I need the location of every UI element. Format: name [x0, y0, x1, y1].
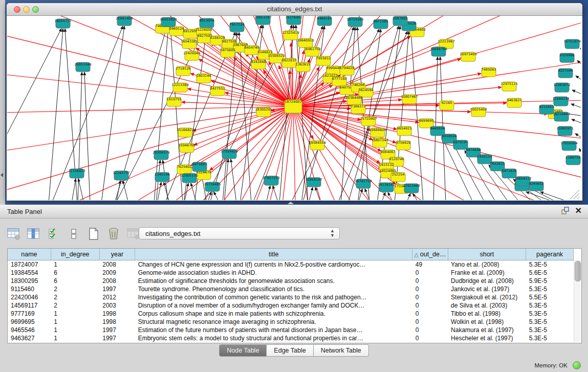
graph-node[interactable]: 19384554: [309, 141, 325, 150]
graph-node[interactable]: 12923468: [403, 184, 420, 193]
table-row[interactable]: 977716911998Corpus callosum shape and si…: [8, 310, 574, 318]
graph-node[interactable]: 1186753: [566, 156, 581, 165]
graph-node[interactable]: 12156823: [68, 169, 85, 178]
graph-node[interactable]: 7386372: [351, 104, 366, 114]
graph-node[interactable]: 9463627: [507, 98, 522, 107]
graph-node[interactable]: 16648784: [430, 47, 447, 56]
graph-node[interactable]: 9227349: [558, 69, 573, 78]
column-header-out_de[interactable]: △out_de…: [412, 249, 448, 260]
graph-node[interactable]: 7857224: [230, 23, 245, 32]
float-panel-icon[interactable]: [561, 207, 569, 214]
column-header-short[interactable]: short: [448, 249, 526, 260]
table-row[interactable]: 911546021997Tourette syndrome. Phenomeno…: [8, 285, 574, 293]
graph-node[interactable]: 12213389: [171, 83, 188, 92]
graph-node[interactable]: 22420046: [183, 51, 200, 60]
graph-node[interactable]: 9215953: [539, 105, 554, 114]
table-row[interactable]: 969969511998Structural magnetic resonanc…: [8, 318, 574, 326]
new-table-icon[interactable]: [87, 227, 100, 240]
table-row[interactable]: 1456911722003Disruption of a novel membe…: [8, 301, 574, 310]
graph-node[interactable]: 2803144: [197, 74, 211, 83]
graph-node[interactable]: 20053346: [74, 62, 91, 72]
graph-node[interactable]: 8454749: [245, 46, 259, 55]
graph-node[interactable]: 10807467: [401, 95, 418, 104]
graph-node[interactable]: 9466161: [317, 16, 332, 26]
table-row[interactable]: 1830029562008Estimation of significance …: [8, 277, 574, 285]
graph-node[interactable]: 9777169: [332, 77, 347, 86]
graph-node[interactable]: 16543382: [181, 39, 198, 49]
graph-node[interactable]: 10958107: [305, 178, 322, 187]
graph-node[interactable]: 9242848: [251, 60, 266, 69]
table-row[interactable]: 1872400712008Changes of HCN gene express…: [8, 260, 574, 269]
graph-node[interactable]: 9654923: [397, 126, 412, 136]
graph-node[interactable]: 8822037: [282, 58, 297, 68]
select-all-columns-icon[interactable]: [47, 227, 60, 240]
table-row[interactable]: 946362711997Embryonic stem cells: a mode…: [8, 334, 574, 342]
collapse-panel-arrow-icon[interactable]: [1, 173, 3, 177]
graph-node[interactable]: 12505135: [181, 173, 198, 183]
graph-node[interactable]: 252254: [391, 172, 405, 182]
column-header-title[interactable]: title: [135, 249, 412, 260]
graph-node[interactable]: 15276002: [285, 16, 302, 25]
graph-node[interactable]: 9245652: [529, 182, 544, 191]
graph-node[interactable]: 15751074: [563, 39, 580, 49]
table-selector-dropdown[interactable]: citations_edges.txt ▲▼: [139, 227, 340, 239]
graph-node[interactable]: 9329966: [560, 53, 575, 62]
network-canvas[interactable]: 7463822896012489129542522605898275051654…: [7, 16, 581, 200]
graph-node[interactable]: 15046768: [178, 143, 195, 152]
graph-node[interactable]: 7625402: [177, 165, 192, 174]
graph-node[interactable]: 16782759: [355, 179, 372, 188]
graph-node[interactable]: 15992971: [556, 126, 573, 136]
graph-node[interactable]: 10025458: [470, 107, 487, 117]
graph-node[interactable]: 12975115: [500, 82, 517, 91]
graph-node[interactable]: 8960124: [169, 27, 184, 36]
graph-node[interactable]: 14136141: [378, 183, 395, 192]
close-panel-icon[interactable]: ✕: [575, 207, 582, 214]
graph-node[interactable]: 15716485: [204, 182, 221, 191]
graph-node[interactable]: 17016504: [560, 141, 577, 150]
graph-node[interactable]: 9671385: [374, 19, 388, 29]
graph-node[interactable]: 12093872: [553, 83, 570, 92]
graph-node[interactable]: 62160: [440, 101, 454, 110]
table-row[interactable]: 1938455462009Genome-wide association stu…: [8, 269, 574, 277]
table-row[interactable]: 2242004622012Investigating the contribut…: [8, 293, 574, 301]
graph-node[interactable]: 18807243: [371, 138, 388, 147]
graph-node[interactable]: 12142737: [113, 171, 129, 180]
graph-node[interactable]: 2087682: [393, 16, 408, 26]
graph-node[interactable]: 16961758: [303, 47, 320, 56]
splitter-expand-arrow[interactable]: [288, 202, 294, 204]
graph-node[interactable]: 10688609: [369, 128, 386, 137]
graph-node[interactable]: 18640910: [297, 38, 314, 48]
delete-columns-icon[interactable]: [107, 227, 120, 240]
graph-node[interactable]: 9975887: [192, 162, 207, 171]
graph-node[interactable]: 16210643: [553, 112, 570, 121]
graph-node[interactable]: 8427552: [210, 86, 225, 96]
column-header-in_degree[interactable]: in_degree: [51, 249, 99, 260]
table-scrollbar-thumb[interactable]: [575, 261, 581, 281]
table-settings-icon[interactable]: [7, 227, 20, 240]
graph-node[interactable]: 15166827: [177, 128, 193, 137]
graph-node[interactable]: 15720407: [360, 117, 377, 126]
graph-node[interactable]: 1362615: [296, 62, 311, 72]
graph-node[interactable]: 12444134: [552, 97, 569, 106]
table-row[interactable]: 946554611997Estimation of the future num…: [8, 326, 574, 334]
column-header-year[interactable]: year: [99, 249, 135, 260]
column-header-name[interactable]: name: [8, 249, 51, 260]
graph-node[interactable]: 1145194: [155, 172, 170, 182]
graph-node[interactable]: 18724007: [285, 100, 302, 113]
graph-node[interactable]: 16033809: [160, 17, 177, 27]
graph-node[interactable]: 1810755: [167, 97, 182, 106]
graph-node[interactable]: 14055717: [54, 19, 71, 28]
graph-node[interactable]: 7955812: [316, 56, 331, 65]
clear-selection-icon[interactable]: [67, 227, 80, 240]
graph-node[interactable]: 2718126: [176, 67, 191, 76]
tab-node-table[interactable]: Node Table: [219, 344, 267, 357]
graph-node[interactable]: 17359928: [221, 149, 237, 159]
graph-node[interactable]: 8813054: [200, 18, 214, 28]
graph-node[interactable]: 17957253: [263, 176, 279, 185]
graph-node[interactable]: 20364486: [345, 96, 362, 105]
graph-node[interactable]: 20891406: [116, 16, 133, 26]
window-titlebar[interactable]: citations_edges.txt: [7, 3, 582, 16]
graph-node[interactable]: 18300295: [255, 107, 272, 117]
graph-node[interactable]: 5875685: [221, 48, 235, 57]
graph-node[interactable]: 10653287: [254, 16, 271, 25]
